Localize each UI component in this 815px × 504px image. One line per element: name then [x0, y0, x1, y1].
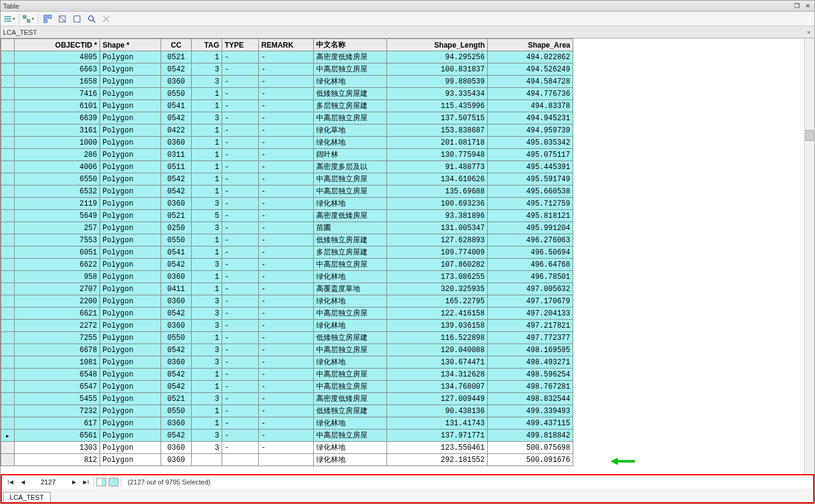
cell[interactable]: 3 — [192, 198, 222, 210]
cell[interactable]: - — [259, 137, 314, 149]
cell[interactable]: 7553 — [15, 234, 100, 247]
row-handle[interactable] — [1, 430, 15, 442]
cell[interactable]: Polygon — [100, 124, 161, 137]
cell[interactable]: - — [259, 259, 314, 271]
row-handle[interactable] — [1, 332, 15, 344]
cell[interactable]: 中高层独立房屋 — [314, 430, 387, 442]
cell[interactable]: 0360 — [161, 137, 192, 149]
table-row[interactable]: 2707Polygon04111--高覆盖度草地320.325935497.00… — [1, 283, 573, 295]
cell[interactable]: - — [259, 149, 314, 161]
table-row[interactable]: 6547Polygon05421--中高层独立房屋134.768007498.7… — [1, 381, 573, 393]
zoom-selection-button[interactable] — [85, 13, 98, 25]
cell[interactable]: 134.610626 — [387, 173, 488, 185]
col-header-shape[interactable]: Shape * — [100, 39, 161, 51]
cell[interactable]: - — [222, 332, 259, 344]
cell[interactable]: 0360 — [161, 76, 192, 88]
cell[interactable]: Polygon — [100, 198, 161, 210]
cell[interactable]: 131.41743 — [387, 417, 488, 430]
cell[interactable]: 0360 — [161, 356, 192, 369]
prev-record-button[interactable]: ◀ — [18, 477, 27, 487]
cell[interactable]: 绿化林地 — [314, 442, 387, 454]
cell[interactable]: 0411 — [161, 283, 192, 295]
row-handle[interactable] — [1, 344, 15, 356]
cell[interactable]: 91.488773 — [387, 161, 488, 173]
table-row[interactable]: 286Polygon03111--阔叶林130.775948495.075117 — [1, 149, 573, 161]
cell[interactable]: 500.091676 — [488, 454, 573, 466]
cell[interactable]: - — [259, 161, 314, 173]
cell[interactable]: 0542 — [161, 112, 192, 124]
cell[interactable]: 107.860282 — [387, 259, 488, 271]
cell[interactable]: 0542 — [161, 344, 192, 356]
cell[interactable]: 2707 — [15, 283, 100, 295]
row-handle[interactable] — [1, 76, 15, 88]
cell[interactable]: 496.276063 — [488, 234, 573, 247]
row-handle[interactable] — [1, 234, 15, 247]
table-row[interactable]: 2272Polygon03603--绿化林地139.036158497.2178… — [1, 320, 573, 332]
cell[interactable]: 6561 — [15, 430, 100, 442]
cell[interactable]: - — [222, 124, 259, 137]
show-all-records-button[interactable] — [96, 478, 106, 486]
record-number-input[interactable] — [30, 478, 67, 486]
cell[interactable]: 94.295256 — [387, 51, 488, 63]
cell[interactable]: 绿化林地 — [314, 137, 387, 149]
related-tables-button[interactable]: ▼ — [22, 13, 35, 25]
col-header-objectid[interactable]: OBJECTID * — [15, 39, 100, 51]
table-row[interactable]: 812Polygon0360绿化林地292.181552500.091676 — [1, 454, 573, 466]
cell[interactable]: - — [259, 234, 314, 247]
cell[interactable]: 绿化林地 — [314, 271, 387, 283]
cell[interactable] — [222, 454, 259, 466]
cell[interactable]: Polygon — [100, 137, 161, 149]
row-handle[interactable] — [1, 295, 15, 308]
cell[interactable]: 4006 — [15, 161, 100, 173]
table-row[interactable]: 1658Polygon03603--绿化林地99.880539494.58472… — [1, 76, 573, 88]
cell[interactable]: 494.776736 — [488, 88, 573, 100]
cell[interactable]: 0521 — [161, 51, 192, 63]
cell[interactable]: 0542 — [161, 63, 192, 76]
cell[interactable]: 0360 — [161, 271, 192, 283]
cell[interactable]: 134.312628 — [387, 369, 488, 381]
cell[interactable]: 495.991204 — [488, 222, 573, 234]
cell[interactable]: 中高层独立房屋 — [314, 63, 387, 76]
cell[interactable]: 130.775948 — [387, 149, 488, 161]
table-row[interactable]: 6532Polygon05421--中高层独立房屋135.69688495.66… — [1, 185, 573, 198]
cell[interactable]: 958 — [15, 271, 100, 283]
table-row[interactable]: 1000Polygon03601--绿化林地201.081718495.0353… — [1, 137, 573, 149]
cell[interactable]: - — [222, 234, 259, 247]
cell[interactable]: 1 — [192, 405, 222, 417]
cell[interactable]: 0360 — [161, 442, 192, 454]
titlebar[interactable]: Table ❐ ✕ — [1, 1, 814, 12]
cell[interactable]: - — [222, 369, 259, 381]
cell[interactable]: 1 — [192, 88, 222, 100]
cell[interactable]: 中高层独立房屋 — [314, 112, 387, 124]
cell[interactable]: 1 — [192, 51, 222, 63]
cell[interactable]: 494.945231 — [488, 112, 573, 124]
cell[interactable]: Polygon — [100, 149, 161, 161]
vertical-scrollbar[interactable] — [804, 38, 814, 474]
cell[interactable]: - — [259, 210, 314, 222]
cell[interactable]: 137.507515 — [387, 112, 488, 124]
cell[interactable]: 499.339493 — [488, 405, 573, 417]
cell[interactable]: 中高层独立房屋 — [314, 344, 387, 356]
cell[interactable]: 7416 — [15, 88, 100, 100]
cell[interactable]: 5455 — [15, 393, 100, 405]
cell[interactable]: 1081 — [15, 356, 100, 369]
cell[interactable]: 812 — [15, 454, 100, 466]
row-handle[interactable] — [1, 381, 15, 393]
cell[interactable]: Polygon — [100, 344, 161, 356]
cell[interactable]: 495.075117 — [488, 149, 573, 161]
cell[interactable]: 93.381896 — [387, 210, 488, 222]
delete-button[interactable] — [100, 13, 113, 25]
cell[interactable]: 1 — [192, 417, 222, 430]
cell[interactable]: 低矮独立房屋建 — [314, 234, 387, 247]
cell[interactable]: 257 — [15, 222, 100, 234]
col-header-tag[interactable]: TAG — [192, 39, 222, 51]
cell[interactable]: 3 — [192, 295, 222, 308]
cell[interactable]: 1 — [192, 161, 222, 173]
cell[interactable]: 3 — [192, 320, 222, 332]
cell[interactable]: 绿化林地 — [314, 356, 387, 369]
cell[interactable]: 201.081718 — [387, 137, 488, 149]
cell[interactable]: - — [222, 247, 259, 259]
cell[interactable]: 绿化林地 — [314, 320, 387, 332]
table-row[interactable]: 7232Polygon05501--低矮独立房屋建90.438136499.33… — [1, 405, 573, 417]
cell[interactable]: 499.818842 — [488, 430, 573, 442]
